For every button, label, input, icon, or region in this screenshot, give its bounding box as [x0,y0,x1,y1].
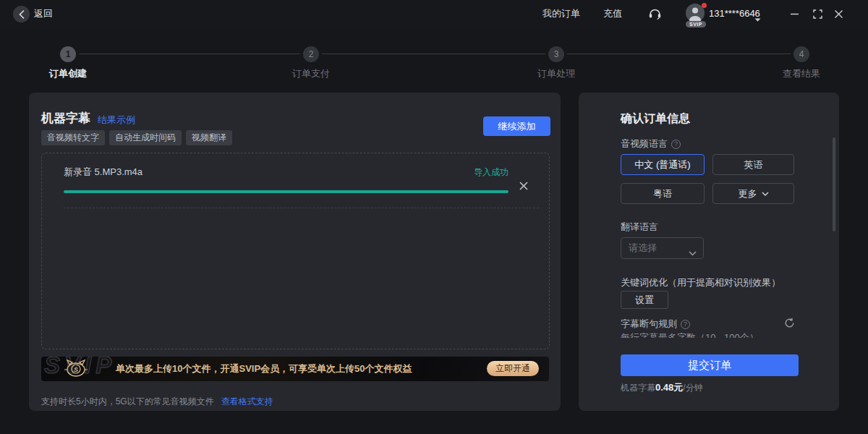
step-connector [79,54,300,54]
feature-tag: 音视频转文字 [41,130,105,145]
svg-text:S: S [74,366,78,373]
headset-icon[interactable] [648,7,662,22]
svip-badge: SVIP [686,21,706,27]
upload-hint: 支持时长5小时内，5G以下的常见音视频文件查看格式支持 [41,396,273,408]
keyword-settings-button[interactable]: 设置 [621,291,668,309]
reset-rules-button[interactable] [784,318,796,329]
price-suffix: /分钟 [683,383,702,393]
account-avatar[interactable]: SVIP [686,4,706,25]
keyword-optimization-label: 关键词优化（用于提高相对识别效果） [621,276,780,289]
minimize-icon [790,9,799,19]
file-list-container: 新录音 5.MP3.m4a 导入成功 [41,153,550,349]
file-row: 新录音 5.MP3.m4a 导入成功 [64,153,539,208]
price-value: 0.48元 [655,382,683,393]
step-3-label: 订单处理 [506,67,607,80]
step-1-label: 订单创建 [17,67,119,80]
audio-language-label: 音视频语言 ? [621,137,681,150]
example-link[interactable]: 结果示例 [98,114,135,127]
feature-tag: 自动生成时间码 [109,130,182,145]
svip-banner-text: 单次最多上传10个文件，开通SVIP会员，可享受单次上传50个文件权益 [116,357,412,381]
remove-file-button[interactable] [519,181,529,191]
refresh-icon [784,318,795,328]
segmentation-rule-label: 字幕断句规则 ? [621,318,690,331]
account-caret-icon[interactable] [754,12,761,25]
language-option-cantonese[interactable]: 粤语 [621,183,705,204]
fullscreen-icon [813,9,822,19]
language-option-more[interactable]: 更多 [712,183,794,204]
close-button[interactable] [830,5,847,22]
translate-language-select[interactable]: 请选择 [621,237,704,259]
feature-tags: 音视频转文字 自动生成时间码 视频翻译 [41,130,232,145]
svip-banner: SVIP S 单次最多上传10个文件，开通SVIP会员，可享受单次上传50个文件… [41,357,549,381]
step-4-circle: 4 [793,46,809,62]
language-option-mandarin[interactable]: 中文 (普通话) [621,154,705,175]
svip-coin-icon: S [64,359,88,381]
step-3-circle: 3 [548,46,564,62]
minimize-button[interactable] [786,5,803,22]
select-placeholder: 请选择 [629,238,657,258]
price-line: 机器字幕0.48元/分钟 [621,381,703,394]
order-confirm-panel: 确认订单信息 音视频语言 ? 中文 (普通话) 英语 粤语 更多 翻译语言 请选… [579,93,839,411]
chevron-down-icon [689,246,697,259]
step-connector [322,54,545,54]
segment-label-text: 字幕断句规则 [621,318,677,331]
step-4-label: 查看结果 [751,67,852,80]
order-stepper: 1 2 3 4 订单创建 订单支付 订单处理 查看结果 [0,27,868,93]
fullscreen-button[interactable] [809,5,826,22]
translate-label-text: 翻译语言 [621,221,658,234]
back-button[interactable] [13,6,30,22]
page-title: 机器字幕 [41,110,90,127]
chevron-left-icon [19,10,25,19]
language-option-english[interactable]: 英语 [712,154,794,175]
file-progress-bar [64,190,509,193]
feature-tag: 视频翻译 [186,130,232,145]
account-number[interactable]: 131****6646 [709,0,760,27]
audio-language-label-text: 音视频语言 [621,137,668,150]
format-support-link[interactable]: 查看格式支持 [221,396,273,407]
close-icon [519,181,529,191]
titlebar: 返回 我的订单 充值 SVIP 131****6646 [0,0,868,27]
nav-recharge[interactable]: 充值 [603,0,622,27]
step-1-circle: 1 [60,46,76,62]
more-label: 更多 [739,187,757,200]
step-connector [567,54,791,54]
activate-svip-button[interactable]: 立即开通 [487,361,539,376]
info-icon[interactable]: ? [681,320,690,329]
file-status: 导入成功 [474,166,509,179]
file-name: 新录音 5.MP3.m4a [64,166,142,179]
step-2-circle: 2 [303,46,319,62]
notification-dot [702,3,707,8]
price-prefix: 机器字幕 [621,383,655,393]
nav-my-orders[interactable]: 我的订单 [542,0,580,27]
panel-scrollbar-thumb[interactable] [833,137,835,231]
add-more-button[interactable]: 继续添加 [483,116,550,136]
step-2-label: 订单支付 [260,67,362,80]
upload-panel: 机器字幕 结果示例 继续添加 音视频转文字 自动生成时间码 视频翻译 新录音 5… [29,93,561,411]
order-panel-title: 确认订单信息 [621,111,690,127]
submit-order-button[interactable]: 提交订单 [621,354,799,376]
translate-language-label: 翻译语言 [621,221,658,234]
chevron-down-icon [762,192,769,196]
info-icon[interactable]: ? [671,140,681,149]
keyword-label-text: 关键词优化（用于提高相对识别效果） [621,276,780,289]
close-icon [834,9,843,19]
hint-text: 支持时长5小时内，5G以下的常见音视频文件 [41,396,214,407]
back-label[interactable]: 返回 [34,0,53,27]
segment-sub-setting: 每行字幕最多字数（10 - 100个） [621,331,801,338]
